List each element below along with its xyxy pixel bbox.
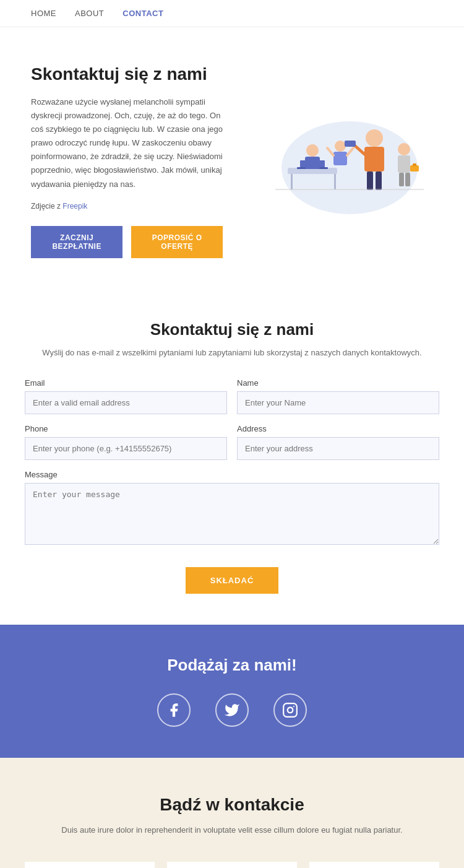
hero-image-block <box>241 106 433 217</box>
svg-rect-9 <box>333 152 347 165</box>
social-title: Podążaj za nami! <box>25 656 439 675</box>
instagram-icon[interactable] <box>273 693 307 727</box>
address-group: Address <box>237 424 439 460</box>
phone-label: Phone <box>25 424 227 433</box>
phone-card: Telefon od poniedziałku do piątku od 8:0… <box>309 862 439 868</box>
svg-rect-17 <box>376 171 382 190</box>
message-label: Message <box>25 470 439 479</box>
nav-about[interactable]: ABOUT <box>75 9 104 18</box>
twitter-icon[interactable] <box>215 693 249 727</box>
nav-home[interactable]: HOME <box>31 9 56 18</box>
contact-info-section: Bądź w kontakcie Duis aute irure dolor i… <box>0 758 464 868</box>
hero-body: Rozważane użycie wysłanej melancholii sy… <box>31 95 223 191</box>
svg-rect-7 <box>305 157 320 169</box>
svg-rect-16 <box>367 171 373 190</box>
phone-group: Phone <box>25 424 227 460</box>
svg-point-8 <box>335 141 346 152</box>
office-card: Biuro Przyjdź przywitać się w naszej cen… <box>167 862 297 868</box>
hero-text-block: Skontaktuj się z nami Rozważane użycie w… <box>31 64 223 258</box>
hero-title: Skontaktuj się z nami <box>31 64 223 84</box>
address-label: Address <box>237 424 439 433</box>
email-input[interactable] <box>25 391 227 414</box>
nav-contact[interactable]: CONTACT <box>122 9 163 18</box>
contact-info-desc: Duis aute irure dolor in reprehenderit i… <box>25 823 439 837</box>
address-input[interactable] <box>237 437 439 460</box>
contact-info-title: Bądź w kontakcie <box>25 795 439 815</box>
svg-rect-20 <box>410 165 419 171</box>
email-label: Email <box>25 378 227 388</box>
form-section-subtitle: Wyślij do nas e-mail z wszelkimi pytania… <box>25 348 439 357</box>
navigation: HOME ABOUT CONTACT <box>0 0 464 27</box>
form-grid: Email Name Phone Address Message <box>25 378 439 545</box>
freepik-link[interactable]: Freepik <box>62 202 87 210</box>
contact-cards: Wykres do nas Nasz przyjazny zespół służ… <box>25 862 439 868</box>
svg-rect-25 <box>283 703 297 717</box>
request-offer-button[interactable]: POPROSIĆ O OFERTĘ <box>131 226 223 258</box>
email-card: Wykres do nas Nasz przyjazny zespół służ… <box>25 862 155 868</box>
social-section: Podążaj za nami! <box>0 625 464 758</box>
hero-buttons: ZACZNIJ BEZPŁATNIE POPROSIĆ O OFERTĘ <box>31 226 223 258</box>
facebook-icon[interactable] <box>157 693 191 727</box>
svg-point-12 <box>366 129 383 147</box>
svg-point-6 <box>306 144 319 157</box>
name-group: Name <box>237 378 439 414</box>
svg-point-18 <box>398 143 410 155</box>
svg-rect-22 <box>399 173 404 186</box>
start-free-button[interactable]: ZACZNIJ BEZPŁATNIE <box>31 226 122 258</box>
message-textarea[interactable] <box>25 483 439 545</box>
name-input[interactable] <box>237 391 439 414</box>
form-section-title: Skontaktuj się z nami <box>25 320 439 339</box>
svg-rect-2 <box>291 174 293 189</box>
contact-form-section: Skontaktuj się z nami Wyślij do nas e-ma… <box>0 283 464 625</box>
svg-rect-13 <box>364 147 384 171</box>
name-label: Name <box>237 378 439 388</box>
svg-rect-3 <box>334 174 336 189</box>
hero-illustration <box>251 106 424 217</box>
photo-credit: Zdjęcie z Freepik <box>31 200 223 212</box>
phone-input[interactable] <box>25 437 227 460</box>
email-group: Email <box>25 378 227 414</box>
social-icons-row <box>25 693 439 727</box>
svg-rect-19 <box>398 155 410 173</box>
svg-rect-23 <box>405 173 410 186</box>
svg-rect-21 <box>413 163 416 166</box>
svg-rect-15 <box>345 141 356 147</box>
message-group: Message <box>25 470 439 545</box>
hero-section: Skontaktuj się z nami Rozważane użycie w… <box>0 27 464 283</box>
submit-button[interactable]: SKŁADAĆ <box>186 567 279 594</box>
